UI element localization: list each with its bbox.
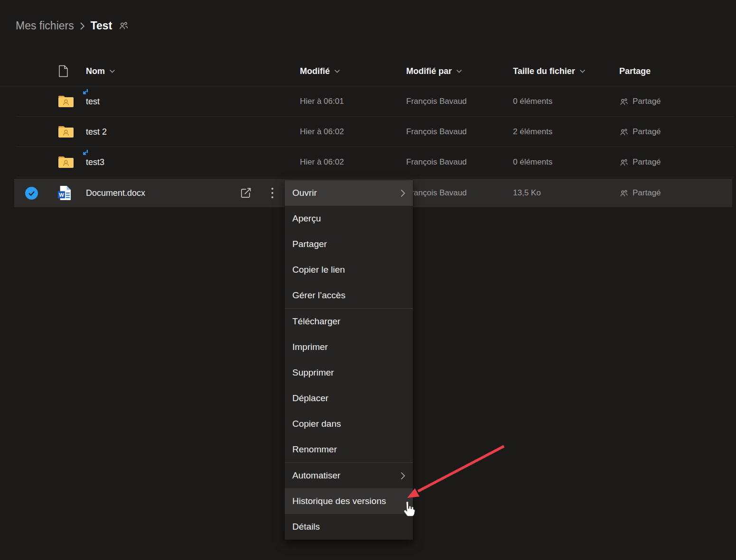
menu-item-copy-to[interactable]: Copier dans (285, 411, 413, 437)
share-icon (240, 187, 252, 199)
submenu-chevron-icon (401, 189, 405, 197)
modified-date: Hier à 06:01 (300, 97, 406, 106)
file-size: 0 éléments (513, 97, 619, 106)
modified-by: François Bavaud (406, 127, 513, 137)
row-selected-checkbox[interactable] (25, 187, 38, 200)
vertical-ellipsis-icon (269, 185, 276, 201)
column-header-modified-by[interactable]: Modifié par (406, 66, 513, 76)
file-list-header: Nom Modifié Modifié par Taille du fichie… (0, 56, 736, 86)
share-status[interactable]: Partagé (619, 157, 736, 167)
column-header-size[interactable]: Taille du fichier (513, 66, 619, 76)
modified-by: François Bavaud (406, 188, 513, 198)
people-icon (619, 97, 629, 106)
people-icon (619, 188, 629, 198)
modified-by: François Bavaud (406, 157, 513, 167)
modified-by: François Bavaud (406, 97, 513, 106)
share-button[interactable] (240, 179, 252, 207)
menu-item-version-history[interactable]: Historique des versions (285, 488, 413, 514)
file-name[interactable]: test 2 (86, 127, 107, 137)
row-separator (16, 177, 733, 177)
chevron-down-icon (109, 69, 115, 73)
breadcrumb-chevron-icon (80, 22, 85, 30)
word-document-icon: W (58, 185, 78, 201)
modified-date: Hier à 06:02 (300, 157, 406, 167)
modified-date: Hier à 06:02 (300, 127, 406, 137)
breadcrumb: Mes fichiers Test (16, 19, 129, 33)
share-status[interactable]: Partagé (619, 127, 736, 137)
menu-item-move[interactable]: Déplacer (285, 386, 413, 411)
menu-item-delete[interactable]: Supprimer (285, 360, 413, 386)
shared-people-icon (119, 21, 129, 33)
breadcrumb-current-folder: Test (91, 19, 112, 32)
table-row[interactable]: test3 Hier à 06:02 François Bavaud 0 élé… (0, 147, 736, 177)
menu-item-automate[interactable]: Automatiser (285, 463, 413, 488)
new-item-badge-icon (81, 149, 89, 157)
people-icon (619, 157, 629, 167)
file-type-column-icon[interactable] (58, 65, 78, 77)
chevron-down-icon (579, 69, 586, 73)
more-actions-button[interactable] (269, 179, 276, 207)
table-row[interactable]: test Hier à 06:01 François Bavaud 0 élém… (0, 86, 736, 117)
column-header-name[interactable]: Nom (78, 66, 300, 76)
people-icon (619, 127, 629, 137)
shared-folder-icon (58, 125, 78, 138)
file-name[interactable]: test (86, 97, 100, 106)
menu-item-manage-access[interactable]: Gérer l’accès (285, 283, 413, 308)
share-status[interactable]: Partagé (619, 97, 736, 106)
share-status[interactable]: Partagé (619, 188, 736, 198)
new-item-badge-icon (81, 89, 89, 96)
menu-item-share[interactable]: Partager (285, 231, 413, 257)
breadcrumb-parent-link[interactable]: Mes fichiers (16, 19, 74, 32)
menu-item-print[interactable]: Imprimer (285, 334, 413, 360)
chevron-down-icon (456, 69, 462, 73)
column-header-share[interactable]: Partage (619, 66, 736, 76)
shared-folder-icon (58, 95, 78, 108)
file-name[interactable]: test3 (86, 157, 104, 167)
file-size: 2 éléments (513, 127, 619, 137)
file-name[interactable]: Document.docx (86, 188, 145, 198)
chevron-down-icon (334, 69, 340, 73)
menu-item-details[interactable]: Détails (285, 514, 413, 540)
column-header-modified[interactable]: Modifié (300, 66, 406, 76)
context-menu: Ouvrir Aperçu Partager Copier le lien Gé… (285, 180, 413, 540)
menu-item-preview[interactable]: Aperçu (285, 206, 413, 231)
shared-folder-icon (58, 156, 78, 169)
file-size: 13,5 Ko (513, 188, 619, 198)
svg-text:W: W (59, 192, 64, 198)
menu-item-open[interactable]: Ouvrir (285, 180, 413, 206)
menu-item-copy-link[interactable]: Copier le lien (285, 257, 413, 283)
table-row[interactable]: test 2 Hier à 06:02 François Bavaud 2 él… (0, 117, 736, 147)
submenu-chevron-icon (401, 472, 405, 480)
menu-item-download[interactable]: Télécharger (285, 309, 413, 334)
menu-item-rename[interactable]: Renommer (285, 437, 413, 462)
file-size: 0 éléments (513, 157, 619, 167)
